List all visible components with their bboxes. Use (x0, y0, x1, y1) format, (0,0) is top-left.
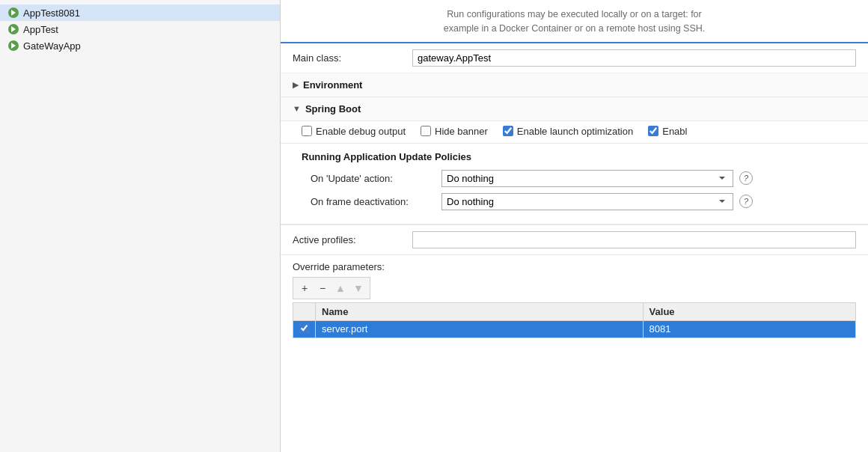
row-checkbox[interactable] (299, 323, 309, 333)
run-icon-gatewayapp (7, 40, 19, 52)
sidebar-item-apptest8081[interactable]: AppTest8081 (0, 4, 280, 21)
frame-deactivation-select[interactable]: Do nothing Update resources Update class… (441, 193, 733, 210)
override-parameters-section: Override parameters: + − ▲ ▼ Name Value (281, 255, 868, 344)
table-row[interactable]: server.port 8081 (293, 320, 856, 338)
up-button[interactable]: ▲ (332, 280, 349, 296)
update-action-select[interactable]: Do nothing Update resources Update class… (441, 170, 733, 187)
enable-checkbox[interactable] (648, 126, 658, 136)
spring-boot-section: ▼ Spring Boot Enable debug output Hide b… (281, 97, 868, 225)
hide-banner-checkbox-item[interactable]: Hide banner (421, 126, 488, 137)
launch-optimization-label: Enable launch optimization (517, 126, 633, 137)
frame-deactivation-row: On frame deactivation: Do nothing Update… (302, 193, 856, 210)
update-action-row: On 'Update' action: Do nothing Update re… (302, 170, 856, 187)
header-description: Run configurations may be executed local… (281, 0, 868, 43)
sidebar-item-gatewayapp[interactable]: GateWayApp (0, 37, 280, 54)
update-action-help-icon[interactable]: ? (739, 171, 753, 185)
environment-section-title: Environment (303, 79, 362, 91)
config-area: Main class: ▶ Environment ▼ Spring Boot … (281, 43, 868, 453)
main-class-label: Main class: (293, 52, 412, 64)
main-class-input[interactable] (412, 49, 856, 67)
update-action-select-wrap: Do nothing Update resources Update class… (441, 170, 753, 187)
policies-section: Running Application Update Policies On '… (281, 144, 868, 224)
remove-button[interactable]: − (314, 280, 331, 296)
toolbar: + − ▲ ▼ (293, 277, 370, 299)
active-profiles-row: Active profiles: (281, 225, 868, 255)
active-profiles-label: Active profiles: (293, 234, 412, 245)
debug-output-checkbox[interactable] (302, 126, 312, 136)
sidebar-item-label-apptest8081: AppTest8081 (23, 7, 80, 19)
active-profiles-value-container (412, 231, 856, 248)
table-header-name: Name (316, 302, 644, 320)
sidebar: AppTest8081 AppTest GateWayApp (0, 0, 281, 452)
environment-chevron-icon: ▶ (293, 80, 299, 90)
sidebar-item-label-gatewayapp: GateWayApp (23, 40, 81, 52)
table-header-row: Name Value (293, 302, 856, 320)
row-value-cell: 8081 (643, 320, 855, 338)
launch-optimization-checkbox[interactable] (503, 126, 513, 136)
environment-section-header[interactable]: ▶ Environment (281, 73, 868, 97)
spring-boot-section-header[interactable]: ▼ Spring Boot (281, 97, 868, 121)
table-header-value: Value (643, 302, 855, 320)
spring-boot-chevron-icon: ▼ (293, 104, 301, 113)
main-content: Run configurations may be executed local… (281, 0, 868, 452)
frame-deactivation-help-icon[interactable]: ? (739, 195, 753, 208)
frame-deactivation-select-wrap: Do nothing Update resources Update class… (441, 193, 753, 210)
run-icon-apptest8081 (7, 7, 19, 19)
sidebar-item-apptest[interactable]: AppTest (0, 21, 280, 37)
frame-deactivation-label: On frame deactivation: (311, 196, 441, 207)
spring-boot-options: Enable debug output Hide banner Enable l… (281, 121, 868, 144)
params-table: Name Value server.port 8081 (293, 302, 856, 338)
policies-title: Running Application Update Policies (302, 151, 856, 162)
down-button[interactable]: ▼ (350, 280, 367, 296)
debug-output-checkbox-item[interactable]: Enable debug output (302, 126, 406, 137)
override-parameters-title: Override parameters: (293, 261, 856, 272)
update-action-label: On 'Update' action: (311, 173, 441, 184)
hide-banner-label: Hide banner (435, 126, 488, 137)
enable-checkbox-item[interactable]: Enabl (648, 126, 687, 137)
enable-label: Enabl (662, 126, 687, 137)
run-icon-apptest (7, 23, 19, 35)
active-profiles-input[interactable] (412, 231, 856, 248)
table-header-checkbox (293, 302, 316, 320)
row-name-cell: server.port (316, 320, 644, 338)
debug-output-label: Enable debug output (316, 126, 406, 137)
hide-banner-checkbox[interactable] (421, 126, 431, 136)
main-class-row: Main class: (281, 43, 868, 73)
row-checkbox-cell (293, 320, 316, 338)
main-class-value-container (412, 49, 856, 67)
add-button[interactable]: + (296, 280, 313, 296)
spring-boot-section-title: Spring Boot (305, 103, 361, 114)
sidebar-item-label-apptest: AppTest (23, 24, 58, 35)
launch-optimization-checkbox-item[interactable]: Enable launch optimization (503, 126, 633, 137)
